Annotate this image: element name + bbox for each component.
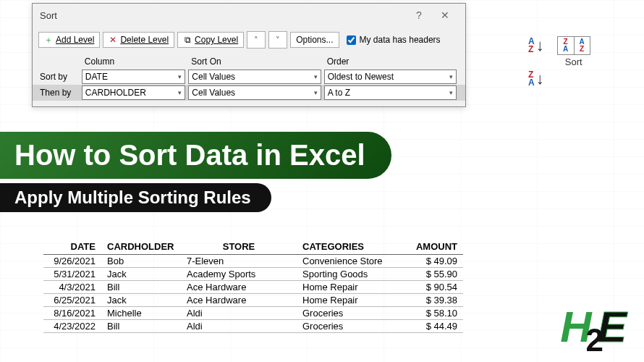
table-cell: Bill: [101, 281, 181, 294]
copy-icon: ⧉: [183, 35, 192, 44]
table-cell: Academy Sports: [181, 268, 297, 281]
banner-subtitle: Apply Multiple Sorting Rules: [0, 183, 271, 212]
headers-checkbox[interactable]: My data has headers: [347, 35, 441, 45]
dialog-titlebar: Sort ? ✕: [33, 4, 465, 27]
add-level-button[interactable]: ＋ Add Level: [38, 32, 100, 48]
table-row[interactable]: 4/23/2022BillAldiGroceries$ 44.49: [43, 320, 463, 333]
table-cell: Sporting Goods: [297, 268, 405, 281]
table-cell: Groceries: [297, 307, 405, 320]
row-label: Then by: [38, 85, 82, 100]
sort-icon: ZA AZ: [557, 36, 590, 55]
table-cell: Ace Hardware: [181, 294, 297, 307]
table-cell: Home Repair: [297, 281, 405, 294]
table-cell: Groceries: [297, 320, 405, 333]
table-cell: Aldi: [181, 320, 297, 333]
banner-title: How to Sort Data in Excel: [0, 132, 391, 179]
col-amount: AMOUNT: [405, 239, 463, 255]
header-column: Column: [82, 54, 189, 69]
sort-desc-button[interactable]: ZA ↓: [528, 70, 544, 88]
table-row[interactable]: 9/26/2021Bob7-ElevenConvenience Store$ 4…: [43, 255, 463, 268]
options-button[interactable]: Options...: [290, 32, 339, 48]
sort-dialog: Sort ? ✕ ＋ Add Level ✕ Delete Level ⧉ Co…: [32, 3, 466, 107]
table-cell: 9/26/2021: [43, 255, 101, 268]
move-down-button[interactable]: ˅: [268, 31, 287, 49]
column-dropdown[interactable]: DATE▾: [82, 70, 186, 84]
table-cell: 5/31/2021: [43, 268, 101, 281]
header-order: Order: [324, 54, 459, 69]
table-cell: Convenience Store: [297, 255, 405, 268]
order-dropdown[interactable]: Oldest to Newest▾: [324, 70, 457, 84]
col-cardholder: CARDHOLDER: [101, 239, 181, 255]
table-cell: Jack: [101, 268, 181, 281]
arrow-down-icon: ↓: [536, 36, 544, 55]
delete-level-button[interactable]: ✕ Delete Level: [103, 32, 174, 48]
column-dropdown[interactable]: CARDHOLDER▾: [82, 85, 186, 100]
table-cell: Bill: [101, 320, 181, 333]
table-cell: 8/16/2021: [43, 307, 101, 320]
h2e-logo: H2E: [560, 302, 627, 352]
x-icon: ✕: [109, 35, 117, 44]
table-row[interactable]: 4/3/2021BillAce HardwareHome Repair$ 90.…: [43, 281, 463, 294]
table-cell: Ace Hardware: [181, 281, 297, 294]
arrow-down-icon: ↓: [536, 70, 544, 88]
table-cell: $ 39.38: [405, 294, 463, 307]
table-header-row: DATE CARDHOLDER STORE CATEGORIES AMOUNT: [43, 239, 463, 255]
table-cell: 4/23/2022: [43, 320, 101, 333]
table-row[interactable]: 6/25/2021JackAce HardwareHome Repair$ 39…: [43, 294, 463, 307]
table-cell: $ 58.10: [405, 307, 463, 320]
move-up-button[interactable]: ˄: [247, 31, 266, 49]
sort-grid-body: Sort by DATE▾ Cell Values▾ Oldest to New…: [33, 69, 465, 106]
col-date: DATE: [43, 239, 101, 255]
chevron-down-icon: ▾: [178, 89, 182, 96]
table-cell: $ 90.54: [405, 281, 463, 294]
dialog-title: Sort: [40, 10, 57, 21]
table-cell: Jack: [101, 294, 181, 307]
table-cell: $ 44.49: [405, 320, 463, 333]
col-store: STORE: [181, 239, 297, 255]
dialog-toolbar: ＋ Add Level ✕ Delete Level ⧉ Copy Level …: [33, 27, 465, 53]
sort-row[interactable]: Then by CARDHOLDER▾ Cell Values▾ A to Z▾: [33, 85, 465, 101]
data-table: DATE CARDHOLDER STORE CATEGORIES AMOUNT …: [43, 239, 463, 333]
table-cell: $ 49.09: [405, 255, 463, 268]
close-icon[interactable]: ✕: [432, 8, 458, 22]
sorton-dropdown[interactable]: Cell Values▾: [188, 70, 321, 84]
table-row[interactable]: 5/31/2021JackAcademy SportsSporting Good…: [43, 268, 463, 281]
row-label: Sort by: [38, 70, 82, 84]
table-cell: Michelle: [101, 307, 181, 320]
table-row[interactable]: 8/16/2021MichelleAldiGroceries$ 58.10: [43, 307, 463, 320]
header-sorton: Sort On: [188, 54, 323, 69]
tutorial-banner: How to Sort Data in Excel Apply Multiple…: [0, 132, 391, 212]
chevron-down-icon: ▾: [314, 89, 318, 96]
sorton-dropdown[interactable]: Cell Values▾: [188, 85, 321, 100]
chevron-down-icon: ▾: [314, 73, 318, 80]
col-categories: CATEGORIES: [297, 239, 405, 255]
table-cell: Aldi: [181, 307, 297, 320]
sort-row[interactable]: Sort by DATE▾ Cell Values▾ Oldest to New…: [33, 69, 465, 85]
chevron-down-icon: ▾: [178, 73, 182, 80]
table-cell: 7-Eleven: [181, 255, 297, 268]
copy-level-button[interactable]: ⧉ Copy Level: [177, 32, 244, 48]
plus-icon: ＋: [44, 35, 53, 44]
table-cell: 4/3/2021: [43, 281, 101, 294]
table-cell: Home Repair: [297, 294, 405, 307]
sort-asc-button[interactable]: AZ ↓: [528, 36, 544, 55]
chevron-down-icon: ▾: [449, 89, 453, 96]
help-icon[interactable]: ?: [406, 8, 432, 22]
table-cell: Bob: [101, 255, 181, 268]
chevron-down-icon: ▾: [449, 73, 453, 80]
table-cell: $ 55.90: [405, 268, 463, 281]
order-dropdown[interactable]: A to Z▾: [324, 85, 457, 100]
table-cell: 6/25/2021: [43, 294, 101, 307]
sort-grid-header: Column Sort On Order: [33, 53, 465, 69]
headers-checkbox-input[interactable]: [347, 35, 356, 45]
sort-dialog-button[interactable]: ZA AZ Sort: [557, 36, 590, 67]
ribbon-sort-group: AZ ↓ ZA ↓ ZA AZ Sort: [528, 36, 590, 88]
